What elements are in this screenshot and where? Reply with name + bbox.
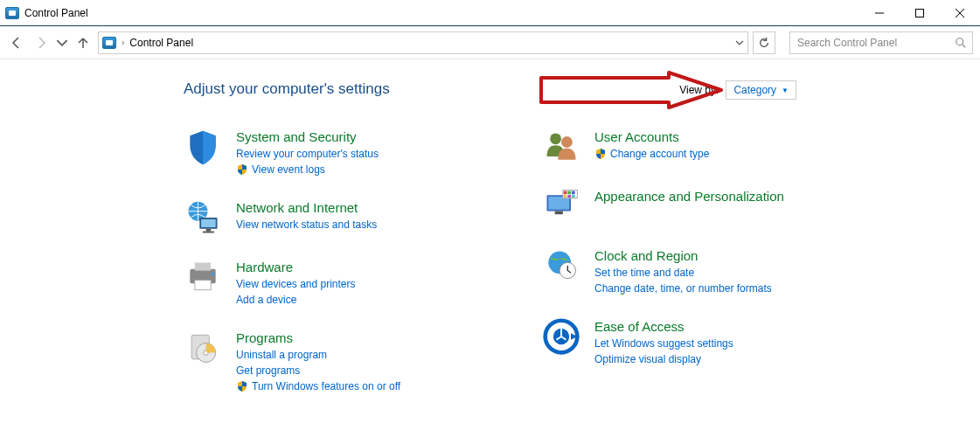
view-by-label: View by:: [679, 84, 719, 96]
svg-rect-10: [203, 232, 214, 233]
category-system-security: System and Security Review your computer…: [184, 128, 472, 177]
category-programs: Programs Uninstall a program Get program…: [184, 329, 472, 394]
shield-icon: [184, 128, 222, 166]
control-panel-icon: [102, 37, 116, 49]
svg-point-18: [550, 133, 561, 144]
view-by-dropdown[interactable]: Category ▼: [726, 80, 796, 100]
category-title[interactable]: Ease of Access: [594, 319, 733, 334]
printer-icon: [184, 258, 222, 296]
uac-shield-icon: [594, 148, 607, 160]
svg-point-19: [561, 136, 573, 148]
monitor-palette-icon: [542, 187, 580, 225]
content-area: Adjust your computer's settings View by:…: [0, 59, 980, 415]
sublink-view-event-logs[interactable]: View event logs: [236, 162, 379, 177]
view-by-value: Category: [733, 84, 776, 96]
svg-point-14: [211, 273, 214, 276]
maximize-button[interactable]: [900, 0, 940, 26]
category-column-right: User Accounts Change account type Appear…: [542, 128, 831, 415]
sublink-add-device[interactable]: Add a device: [236, 292, 356, 308]
svg-rect-25: [567, 191, 571, 195]
category-hardware: Hardware View devices and printers Add a…: [184, 258, 472, 308]
category-column-left: System and Security Review your computer…: [184, 128, 472, 415]
svg-rect-24: [564, 191, 567, 195]
svg-rect-28: [567, 195, 571, 198]
category-title[interactable]: Appearance and Personalization: [594, 189, 784, 204]
users-icon: [542, 128, 580, 166]
category-title[interactable]: Hardware: [236, 260, 356, 274]
up-button[interactable]: [73, 33, 93, 52]
disc-box-icon: [184, 329, 222, 367]
close-button[interactable]: [940, 0, 980, 26]
window-title: Control Panel: [24, 7, 859, 19]
chevron-right-icon: ›: [122, 38, 124, 47]
sublink-windows-features[interactable]: Turn Windows features on or off: [236, 378, 400, 394]
forward-button[interactable]: [31, 33, 51, 52]
svg-line-5: [963, 44, 966, 47]
breadcrumb-root[interactable]: Control Panel: [129, 37, 193, 49]
sublink-change-formats[interactable]: Change date, time, or number formats: [594, 281, 772, 296]
svg-rect-8: [201, 219, 216, 227]
category-title[interactable]: System and Security: [236, 129, 379, 144]
globe-clock-icon: [542, 246, 580, 285]
svg-rect-27: [564, 195, 567, 198]
svg-rect-9: [206, 229, 212, 232]
address-bar[interactable]: › Control Panel: [98, 31, 748, 54]
svg-rect-1: [916, 9, 924, 17]
sublink-change-account-type[interactable]: Change account type: [594, 146, 709, 162]
svg-rect-22: [555, 212, 563, 215]
uac-shield-icon: [236, 380, 248, 392]
back-button[interactable]: [7, 33, 26, 52]
category-clock-region: Clock and Region Set the time and date C…: [542, 246, 831, 296]
window-controls: [859, 0, 980, 26]
sublink-set-time-date[interactable]: Set the time and date: [594, 265, 772, 281]
category-ease-of-access: Ease of Access Let Windows suggest setti…: [542, 317, 831, 367]
title-bar: Control Panel: [0, 0, 980, 26]
search-box[interactable]: [789, 31, 973, 54]
sublink-suggest-settings[interactable]: Let Windows suggest settings: [594, 336, 733, 351]
minimize-button[interactable]: [859, 0, 900, 26]
category-title[interactable]: Network and Internet: [236, 200, 377, 215]
sublink-get-programs[interactable]: Get programs: [236, 363, 400, 378]
sublink-network-status[interactable]: View network status and tasks: [236, 217, 377, 232]
category-user-accounts: User Accounts Change account type: [542, 128, 831, 166]
control-panel-icon: [5, 7, 19, 19]
category-title[interactable]: User Accounts: [594, 129, 709, 144]
page-heading: Adjust your computer's settings: [184, 80, 980, 98]
svg-point-4: [956, 38, 963, 45]
ease-of-access-icon: [542, 317, 580, 356]
category-appearance: Appearance and Personalization: [542, 187, 831, 225]
sublink-optimize-display[interactable]: Optimize visual display: [594, 351, 733, 367]
category-title[interactable]: Clock and Region: [594, 248, 772, 263]
view-by-row: View by: Category ▼: [679, 80, 796, 100]
sublink-uninstall[interactable]: Uninstall a program: [236, 347, 400, 363]
svg-rect-26: [572, 191, 575, 195]
globe-monitor-icon: [184, 198, 222, 237]
svg-rect-29: [572, 195, 575, 198]
recent-locations-button[interactable]: [56, 33, 68, 52]
svg-rect-12: [195, 263, 211, 271]
search-icon: [955, 37, 967, 49]
category-network-internet: Network and Internet View network status…: [184, 198, 472, 237]
svg-rect-13: [195, 281, 211, 290]
navigation-bar: › Control Panel: [0, 26, 980, 59]
sublink-devices-printers[interactable]: View devices and printers: [236, 276, 356, 292]
search-input[interactable]: [796, 36, 955, 50]
address-dropdown-icon[interactable]: [735, 38, 744, 47]
refresh-button[interactable]: [753, 31, 775, 54]
category-title[interactable]: Programs: [236, 330, 400, 345]
uac-shield-icon: [236, 163, 248, 176]
dropdown-arrow-icon: ▼: [782, 87, 789, 94]
sublink-review-status[interactable]: Review your computer's status: [236, 146, 379, 162]
